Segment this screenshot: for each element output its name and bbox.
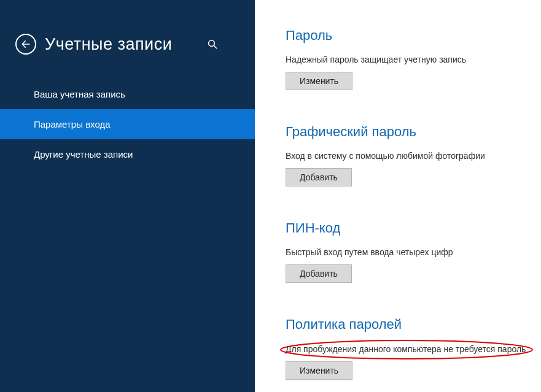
section-description: Быстрый вход путем ввода четырех цифр [286,247,529,257]
section-description: Вход в систему с помощью любимой фотогра… [286,151,529,161]
section-heading: Пароль [286,28,529,44]
policy-description-wrap: Для пробуждения данного компьютера не тр… [286,344,526,354]
page-title: Учетные записи [45,35,172,54]
section-description: Для пробуждения данного компьютера не тр… [286,344,526,354]
back-icon[interactable] [15,34,36,55]
sidebar-header: Учетные записи [0,21,255,73]
section-password-policy: Политика паролей Для пробуждения данного… [286,317,529,380]
sidebar-item-label: Ваша учетная запись [34,89,125,99]
sidebar-item-label: Другие учетные записи [34,149,133,159]
search-icon[interactable] [207,39,218,52]
sidebar-item-label: Параметры входа [34,119,111,129]
section-picture-password: Графический пароль Вход в систему с помо… [286,124,529,186]
change-password-button[interactable]: Изменить [286,72,352,90]
section-password: Пароль Надежный пароль защищает учетную … [286,28,529,90]
section-heading: Графический пароль [286,124,529,140]
add-pin-button[interactable]: Добавить [286,264,352,283]
section-heading: Политика паролей [286,317,529,332]
change-policy-button[interactable]: Изменить [286,361,352,380]
sidebar-item-signin-options[interactable]: Параметры входа [0,109,255,139]
sidebar-item-other-accounts[interactable]: Другие учетные записи [0,139,255,169]
section-pin: ПИН-код Быстрый вход путем ввода четырех… [286,220,529,283]
sidebar-item-your-account[interactable]: Ваша учетная запись [0,79,255,109]
section-heading: ПИН-код [286,220,529,236]
section-description: Надежный пароль защищает учетную запись [286,55,529,64]
add-picture-password-button[interactable]: Добавить [286,168,352,186]
sidebar-nav: Ваша учетная запись Параметры входа Друг… [0,79,255,169]
sidebar: Учетные записи Ваша учетная запись Парам… [0,0,255,392]
svg-line-2 [214,45,217,48]
main-content: Пароль Надежный пароль защищает учетную … [255,0,541,392]
